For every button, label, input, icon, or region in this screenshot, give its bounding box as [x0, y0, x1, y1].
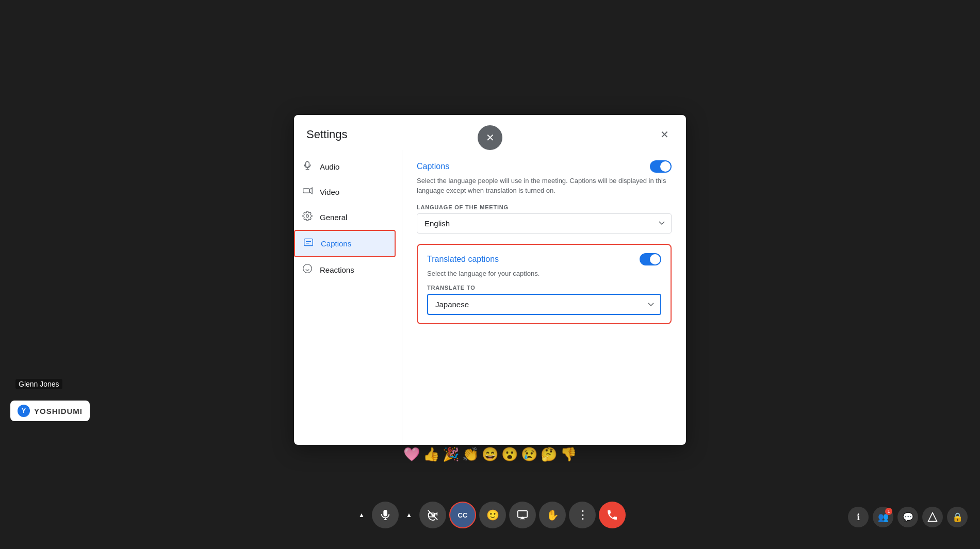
end-call-button[interactable]: [599, 502, 626, 528]
more-options-button[interactable]: ⋮: [569, 502, 596, 528]
emoji-reaction-button[interactable]: 🙂: [479, 502, 506, 528]
captions-nav-icon: [303, 237, 314, 250]
dialog-close-button[interactable]: ✕: [655, 125, 674, 144]
emoji-laugh[interactable]: 😄: [482, 446, 498, 462]
chat-icon: 💬: [903, 512, 913, 523]
emoji-thumbsdown[interactable]: 👎: [560, 446, 577, 462]
more-icon: ⋮: [577, 508, 588, 522]
sidebar-item-audio[interactable]: Audio: [294, 154, 398, 179]
info-icon: ℹ: [857, 512, 860, 523]
right-toolbar: ℹ 👥 1 💬 🔒: [848, 507, 968, 527]
user-name-label: Glenn Jones: [15, 379, 62, 389]
audio-label: Audio: [320, 162, 339, 171]
activities-button[interactable]: [922, 507, 943, 527]
svg-rect-2: [518, 511, 527, 518]
emoji-thinking[interactable]: 🤔: [541, 446, 557, 462]
mic-more-options-button[interactable]: ▲: [354, 508, 369, 522]
present-icon: [517, 509, 528, 521]
video-icon: [302, 186, 313, 198]
dialog-title: Settings: [306, 128, 348, 141]
brand-logo: Y YOSHIDUMI: [10, 401, 90, 421]
sidebar-item-captions[interactable]: Captions: [294, 230, 396, 257]
safety-button[interactable]: 🔒: [947, 507, 968, 527]
translated-captions-title: Translated captions: [427, 255, 499, 264]
gear-icon: [302, 211, 313, 224]
meeting-info-button[interactable]: ℹ: [848, 507, 869, 527]
captions-toggle[interactable]: ✓: [650, 160, 672, 173]
svg-rect-11: [304, 239, 313, 245]
audio-icon: [302, 160, 313, 173]
sidebar-item-video[interactable]: Video: [294, 179, 398, 205]
captions-section-header: Captions ✓: [417, 160, 672, 173]
brand-name: YOSHIDUMI: [34, 407, 83, 415]
settings-content: Captions ✓ Select the language people wi…: [402, 150, 686, 445]
dialog-body: Audio Video General: [294, 150, 686, 445]
video-label: Video: [320, 188, 339, 196]
modal-container: ✕ Settings ✕ Aud: [294, 105, 686, 445]
translate-to-select[interactable]: Japanese English Spanish French: [427, 294, 661, 315]
captions-cc-icon: CC: [458, 511, 468, 519]
people-button[interactable]: 👥 1: [873, 507, 893, 527]
translate-to-label: TRANSLATE TO: [427, 285, 661, 291]
close-icon: ✕: [660, 128, 669, 141]
language-select[interactable]: English Japanese Spanish French: [417, 213, 672, 234]
reactions-icon: [302, 263, 313, 276]
captions-label: Captions: [321, 239, 351, 248]
general-label: General: [320, 213, 347, 222]
camera-more-options-button[interactable]: ▲: [402, 508, 416, 522]
emoji-reaction-bar: 🩷 👍 🎉 👏 😄 😮 😢 🤔 👎: [403, 446, 577, 462]
translated-captions-box: Translated captions ✓ Select the languag…: [417, 244, 672, 325]
hand-icon: ✋: [546, 509, 559, 521]
chat-button[interactable]: 💬: [897, 507, 918, 527]
translated-captions-header: Translated captions ✓: [427, 253, 661, 265]
camera-off-icon: [427, 509, 438, 521]
sidebar-item-general[interactable]: General: [294, 205, 398, 230]
settings-dialog: Settings ✕ Audio: [294, 115, 686, 445]
safety-icon: 🔒: [952, 512, 963, 523]
emoji-thumbsup[interactable]: 👍: [423, 446, 439, 462]
emoji-clap[interactable]: 👏: [462, 446, 479, 462]
modal-close-float-button[interactable]: ✕: [478, 125, 502, 150]
raise-hand-button[interactable]: ✋: [539, 502, 566, 528]
translated-captions-description: Select the language for your captions.: [427, 269, 661, 279]
smiley-icon: 🙂: [486, 509, 499, 521]
microphone-button[interactable]: [372, 502, 399, 528]
emoji-surprised[interactable]: 😮: [501, 446, 518, 462]
svg-point-14: [303, 264, 312, 273]
people-badge: 1: [885, 508, 892, 515]
translated-captions-toggle[interactable]: ✓: [640, 253, 661, 265]
meeting-toolbar: ▲ ▲ CC 🙂 ✋ ⋮: [354, 502, 626, 528]
mic-icon: [380, 509, 391, 521]
svg-rect-8: [303, 188, 310, 192]
language-field-label: LANGUAGE OF THE MEETING: [417, 204, 672, 210]
emoji-party[interactable]: 🎉: [443, 446, 459, 462]
reactions-label: Reactions: [320, 265, 354, 274]
close-float-icon: ✕: [486, 131, 495, 144]
settings-sidebar: Audio Video General: [294, 150, 402, 445]
activities-icon: [927, 512, 938, 522]
emoji-heart[interactable]: 🩷: [403, 446, 420, 462]
camera-button[interactable]: [419, 502, 446, 528]
captions-button[interactable]: CC: [449, 502, 476, 528]
svg-marker-9: [309, 188, 312, 194]
brand-logo-icon: Y: [18, 405, 30, 417]
svg-marker-4: [928, 513, 937, 522]
sidebar-item-reactions[interactable]: Reactions: [294, 257, 398, 282]
captions-description: Select the language people will use in t…: [417, 176, 672, 196]
captions-section-title: Captions: [417, 162, 449, 171]
end-call-icon: [606, 509, 618, 521]
present-button[interactable]: [509, 502, 536, 528]
emoji-sad[interactable]: 😢: [521, 446, 537, 462]
